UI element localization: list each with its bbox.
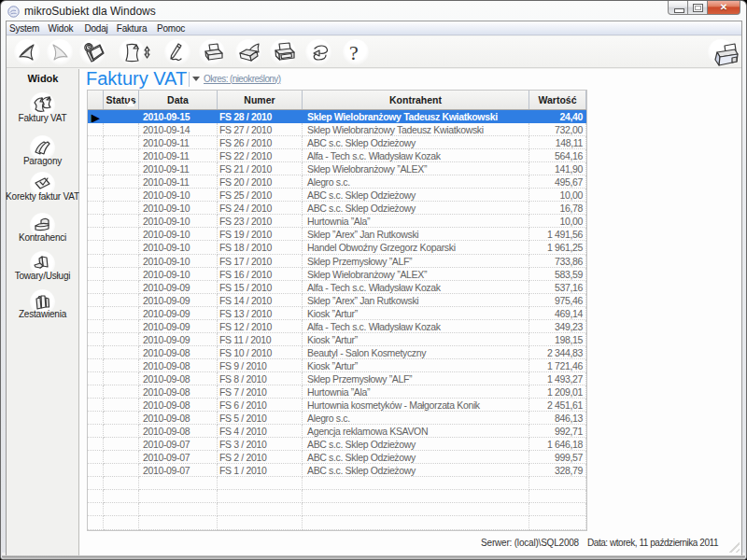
svg-text:?: ?	[349, 41, 359, 64]
